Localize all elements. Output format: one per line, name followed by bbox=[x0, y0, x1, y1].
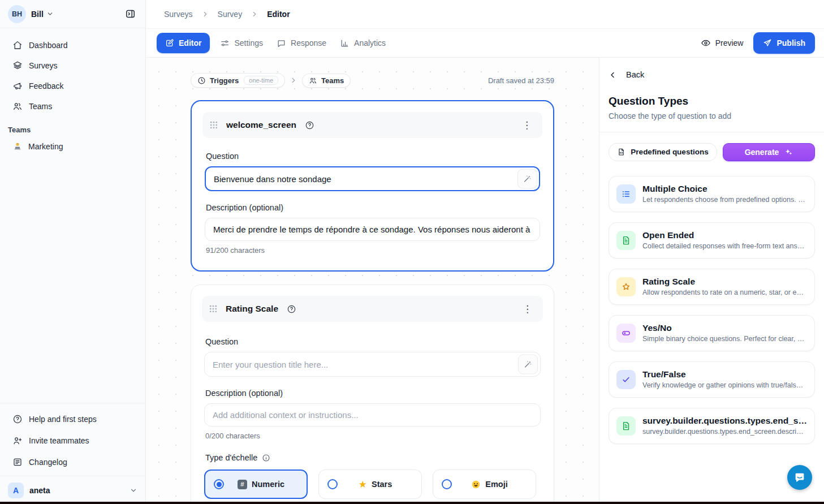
flow-header: Triggers one-time Teams Draft saved at 2… bbox=[191, 73, 554, 88]
editor-toolbar: Editor Settings Response Analytics Previ… bbox=[146, 29, 824, 58]
chevron-right-icon bbox=[201, 10, 209, 18]
breadcrumb-survey[interactable]: Survey bbox=[218, 10, 243, 19]
sparkles-icon bbox=[784, 148, 793, 157]
user-menu[interactable]: A aneta bbox=[0, 476, 145, 504]
panel-title: Question Types bbox=[609, 95, 815, 107]
type-card-rating-scale[interactable]: Rating Scale Allow respondents to rate o… bbox=[609, 269, 815, 305]
drag-handle-icon[interactable] bbox=[210, 121, 218, 129]
sidebar-collapse-icon[interactable] bbox=[122, 6, 139, 23]
question-type-list: Multiple Choice Let respondents choose f… bbox=[609, 176, 815, 444]
sidebar-item-dashboard[interactable]: Dashboard bbox=[7, 36, 139, 54]
check-icon bbox=[616, 370, 636, 389]
sidebar-item-surveys[interactable]: Surveys bbox=[7, 57, 139, 75]
teams-chip[interactable]: Teams bbox=[302, 74, 351, 88]
tab-label: Response bbox=[291, 38, 326, 48]
radio-unselected[interactable] bbox=[442, 479, 452, 489]
users-icon bbox=[309, 76, 317, 85]
info-icon[interactable] bbox=[262, 454, 270, 462]
type-description: survey.builder.questions.types.end_scree… bbox=[642, 428, 807, 436]
triggers-chip-label: Triggers bbox=[210, 76, 239, 85]
predefined-questions-label: Predefined questions bbox=[631, 148, 708, 156]
megaphone-icon bbox=[12, 81, 23, 91]
layers-icon bbox=[12, 61, 23, 71]
type-title: Rating Scale bbox=[642, 277, 807, 287]
scale-option-emoji[interactable]: Emoji bbox=[433, 469, 536, 499]
workspace-switcher[interactable]: Bill bbox=[31, 10, 54, 19]
kebab-menu-icon[interactable]: ⋮ bbox=[519, 118, 535, 132]
star-emoji: ★ bbox=[359, 480, 367, 489]
question-card-rating-scale[interactable]: Rating Scale ⋮ Question Description (opt… bbox=[191, 285, 554, 504]
workspace-name: Bill bbox=[31, 10, 44, 19]
back-button[interactable]: Back bbox=[609, 70, 644, 79]
users-icon bbox=[12, 101, 23, 111]
sidebar-item-teams[interactable]: Teams bbox=[7, 97, 139, 115]
newspaper-icon bbox=[12, 457, 23, 467]
scale-option-stars[interactable]: ★ Stars bbox=[318, 469, 422, 499]
back-label: Back bbox=[626, 70, 644, 79]
sidebar-item-marketing[interactable]: Marketing bbox=[7, 137, 139, 156]
question-label: Question bbox=[205, 337, 540, 346]
star-icon bbox=[616, 277, 636, 296]
type-card-multiple-choice[interactable]: Multiple Choice Let respondents choose f… bbox=[609, 176, 815, 212]
sidebar-item-label: Invite teammates bbox=[29, 436, 89, 445]
type-card-true-false[interactable]: True/False Verify knowledge or gather op… bbox=[609, 361, 815, 398]
chat-bubble-icon bbox=[277, 38, 286, 48]
preview-button[interactable]: Preview bbox=[701, 38, 744, 48]
question-card-title: Rating Scale bbox=[226, 304, 278, 314]
sliders-icon bbox=[220, 38, 230, 48]
scale-type-label-text: Type d'échelle bbox=[205, 453, 257, 462]
scale-option-numeric[interactable]: # Numeric bbox=[204, 469, 308, 499]
type-card-end-screen[interactable]: survey.builder.questions.types.end_scr… … bbox=[609, 408, 815, 444]
radio-unselected[interactable] bbox=[327, 479, 338, 489]
tab-editor[interactable]: Editor bbox=[157, 33, 210, 53]
sidebar-item-label: Changelog bbox=[29, 458, 67, 467]
sidebar-item-label: Teams bbox=[29, 102, 52, 111]
question-card-welcome-screen[interactable]: welcome_screen ⋮ Question Description (o… bbox=[191, 100, 554, 272]
type-card-open-ended[interactable]: Open Ended Collect detailed responses wi… bbox=[609, 222, 815, 259]
description-label: Description (optional) bbox=[206, 203, 539, 212]
magic-wand-icon[interactable] bbox=[518, 355, 538, 374]
chat-launcher-button[interactable] bbox=[787, 465, 812, 490]
toggle-icon bbox=[616, 324, 636, 343]
question-title-input[interactable] bbox=[205, 166, 540, 191]
hash-keycap-icon: # bbox=[238, 480, 247, 489]
sidebar-item-changelog[interactable]: Changelog bbox=[7, 452, 139, 472]
chevron-right-icon bbox=[251, 10, 258, 18]
type-card-yes-no[interactable]: Yes/No Simple binary choice questions. P… bbox=[609, 315, 815, 351]
window-bottom-edge bbox=[0, 502, 824, 504]
sidebar-item-invite[interactable]: Invite teammates bbox=[7, 430, 139, 451]
drag-handle-icon[interactable] bbox=[209, 305, 217, 313]
workspace-header: BH Bill bbox=[0, 0, 145, 28]
sidebar-nav: Dashboard Surveys Feedback Teams bbox=[0, 28, 145, 118]
chat-smile-icon bbox=[793, 471, 806, 484]
sidebar-item-help[interactable]: Help and first steps bbox=[7, 409, 139, 429]
sidebar-item-feedback[interactable]: Feedback bbox=[7, 77, 139, 95]
scale-options: # Numeric ★ Stars bbox=[204, 469, 541, 499]
triggers-chip[interactable]: Triggers one-time bbox=[191, 73, 285, 88]
app-window: BH Bill Dashboard Surveys Fee bbox=[0, 0, 824, 504]
question-title-input[interactable] bbox=[204, 352, 541, 377]
question-card-header: welcome_screen ⋮ bbox=[202, 112, 542, 138]
char-count: 91/200 characters bbox=[206, 246, 539, 255]
tab-settings[interactable]: Settings bbox=[213, 33, 270, 53]
user-name: aneta bbox=[29, 486, 50, 495]
send-icon bbox=[763, 38, 772, 48]
radio-selected[interactable] bbox=[214, 479, 224, 489]
help-circle-icon[interactable] bbox=[287, 304, 296, 314]
help-circle-icon[interactable] bbox=[305, 120, 314, 130]
question-card-header: Rating Scale ⋮ bbox=[202, 296, 543, 322]
sidebar-item-label: Feedback bbox=[29, 81, 63, 91]
predefined-questions-button[interactable]: Predefined questions bbox=[609, 143, 717, 161]
tab-response[interactable]: Response bbox=[270, 33, 333, 53]
publish-button[interactable]: Publish bbox=[753, 32, 815, 54]
tab-analytics[interactable]: Analytics bbox=[333, 33, 392, 53]
breadcrumb-surveys[interactable]: Surveys bbox=[164, 10, 193, 19]
generate-button[interactable]: Generate bbox=[723, 143, 815, 161]
magic-wand-icon[interactable] bbox=[517, 169, 537, 189]
description-label: Description (optional) bbox=[205, 389, 540, 398]
kebab-menu-icon[interactable]: ⋮ bbox=[519, 302, 536, 316]
question-description-input[interactable] bbox=[204, 403, 541, 427]
question-description-input[interactable] bbox=[205, 218, 540, 241]
scale-option-label: Numeric bbox=[252, 480, 284, 489]
panel-subtitle: Choose the type of question to add bbox=[609, 111, 815, 120]
